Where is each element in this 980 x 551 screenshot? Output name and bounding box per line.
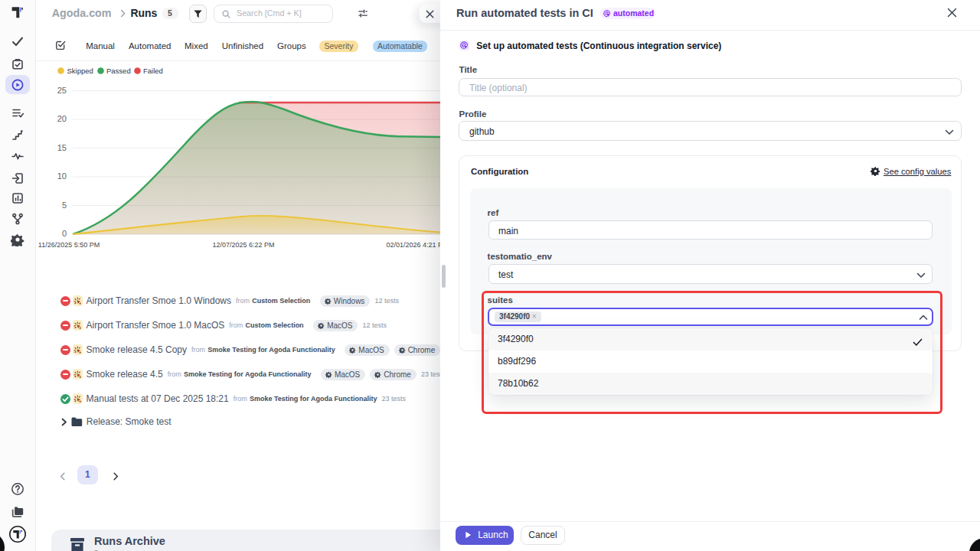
svg-text:11/26/2025 5:50 PM: 11/26/2025 5:50 PM <box>38 241 100 249</box>
svg-text:15: 15 <box>57 143 67 152</box>
svg-text:0: 0 <box>62 229 67 238</box>
svg-text:12/07/2025 6:22 PM: 12/07/2025 6:22 PM <box>212 241 274 249</box>
svg-text:Passed: Passed <box>106 67 131 75</box>
svg-text:10: 10 <box>57 171 67 181</box>
svg-text:02/01/2026 4:21 PM: 02/01/2026 4:21 PM <box>386 241 440 249</box>
svg-text:Skipped: Skipped <box>67 67 93 75</box>
svg-text:5: 5 <box>62 201 67 210</box>
svg-text:Failed: Failed <box>143 67 163 75</box>
svg-text:25: 25 <box>57 86 67 95</box>
svg-text:20: 20 <box>57 114 67 123</box>
